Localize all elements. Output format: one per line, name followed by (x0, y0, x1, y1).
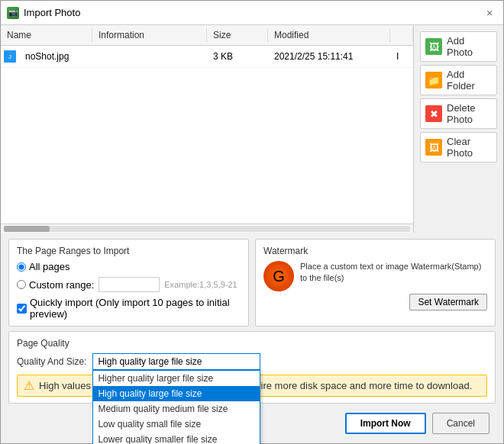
close-button[interactable]: × (482, 5, 497, 21)
all-pages-option[interactable]: All pages (17, 261, 241, 272)
scrollbar-track (4, 226, 410, 232)
watermark-right: Place a custom text or image Watermark(S… (300, 261, 487, 310)
page-ranges-section: The Page Ranges to Import All pages Cust… (8, 239, 249, 327)
page-ranges-title: The Page Ranges to Import (17, 246, 241, 256)
file-modified: 2021/2/25 15:11:41 (268, 50, 390, 63)
clear-photo-button[interactable]: 🖼 Clear Photo (420, 132, 497, 162)
watermark-content: G Place a custom text or image Watermark… (263, 261, 487, 310)
col-size: Size (207, 28, 268, 42)
horizontal-scrollbar[interactable] (1, 224, 413, 233)
clear-photo-label: Clear Photo (447, 136, 492, 159)
dropdown-item-higher[interactable]: Higher quality larger file size (93, 371, 260, 386)
main-content: Name Information Size Modified J noShot.… (1, 25, 503, 233)
add-photo-button[interactable]: 🖼 Add Photo (420, 31, 497, 62)
add-folder-label: Add Folder (447, 69, 492, 92)
dropdown-item-high[interactable]: High quality large file size (93, 386, 260, 401)
title-bar-left: 📷 Import Photo (7, 7, 80, 19)
dropdown-item-low[interactable]: Low quality small file size (93, 417, 260, 432)
import-now-button[interactable]: Import Now (345, 413, 426, 434)
dialog-icon: 📷 (7, 7, 19, 19)
import-photo-dialog: 📷 Import Photo × Name Information Size M… (0, 0, 504, 444)
file-name-cell: J noShot.jpg (1, 48, 92, 65)
add-photo-label: Add Photo (447, 35, 492, 58)
quality-row: Quality And Size: Higher quality larger … (17, 353, 487, 370)
delete-photo-button[interactable]: ✖ Delete Photo (420, 98, 497, 129)
col-information: Information (92, 28, 207, 42)
bottom-area: The Page Ranges to Import All pages Cust… (1, 233, 503, 443)
quick-import-option[interactable]: Quickly import (Only import 10 pages to … (17, 297, 241, 320)
file-name: noShot.jpg (19, 50, 75, 63)
custom-range-label: Custom range: (29, 279, 94, 291)
custom-range-row: Custom range: Example:1,3,5,9-21 (17, 277, 241, 292)
dropdown-item-lower[interactable]: Lower quality smaller file size (93, 432, 260, 444)
file-size: 3 KB (207, 50, 268, 63)
watermark-description: Place a custom text or image Watermark(S… (300, 261, 487, 285)
all-pages-radio[interactable] (17, 262, 26, 272)
warning-icon: ⚠ (24, 378, 34, 393)
add-folder-icon: 📁 (425, 72, 442, 88)
custom-range-option[interactable]: Custom range: (17, 279, 94, 291)
page-quality-title: Page Quality (17, 338, 487, 349)
file-extra: I (390, 50, 413, 63)
col-name: Name (1, 28, 92, 42)
custom-range-input[interactable] (99, 277, 160, 292)
add-folder-button[interactable]: 📁 Add Folder (420, 65, 497, 95)
dialog-title: Import Photo (24, 7, 80, 18)
quick-import-label: Quickly import (Only import 10 pages to … (30, 297, 241, 320)
delete-photo-label: Delete Photo (447, 102, 492, 125)
quality-select-wrapper: Higher quality larger file size High qua… (92, 353, 260, 370)
set-watermark-button[interactable]: Set Watermark (409, 294, 487, 310)
file-information (92, 55, 207, 58)
title-bar: 📷 Import Photo × (1, 1, 503, 25)
quick-import-checkbox[interactable] (17, 304, 27, 314)
delete-photo-icon: ✖ (425, 105, 442, 122)
dropdown-item-medium[interactable]: Medium quality medium file size (93, 401, 260, 417)
file-icon: J (4, 50, 16, 63)
custom-range-radio[interactable] (17, 280, 26, 289)
file-list[interactable]: J noShot.jpg 3 KB 2021/2/25 15:11:41 I (1, 46, 413, 224)
options-row: The Page Ranges to Import All pages Cust… (8, 239, 496, 327)
clear-photo-icon: 🖼 (425, 139, 442, 156)
scrollbar-thumb (4, 226, 50, 232)
watermark-icon: G (263, 261, 294, 291)
file-area: Name Information Size Modified J noShot.… (1, 25, 414, 233)
watermark-title: Watermark (263, 246, 487, 256)
col-extra (390, 28, 413, 42)
dropdown-list: Higher quality larger file size High qua… (92, 370, 260, 444)
example-text: Example:1,3,5,9-21 (164, 280, 237, 289)
all-pages-label: All pages (29, 261, 69, 272)
col-modified: Modified (268, 28, 390, 42)
table-row[interactable]: J noShot.jpg 3 KB 2021/2/25 15:11:41 I (1, 46, 413, 68)
quality-and-size-label: Quality And Size: (17, 356, 86, 367)
cancel-button[interactable]: Cancel (432, 413, 489, 434)
watermark-section: Watermark G Place a custom text or image… (255, 239, 496, 327)
quality-select[interactable]: Higher quality larger file size High qua… (92, 353, 260, 370)
page-quality-section: Page Quality Quality And Size: Higher qu… (8, 331, 496, 404)
radio-group: All pages Custom range: Example:1,3,5,9-… (17, 261, 241, 292)
file-table-header: Name Information Size Modified (1, 25, 413, 46)
add-photo-icon: 🖼 (425, 38, 442, 55)
sidebar-buttons: 🖼 Add Photo 📁 Add Folder ✖ Delete Photo … (414, 25, 503, 233)
